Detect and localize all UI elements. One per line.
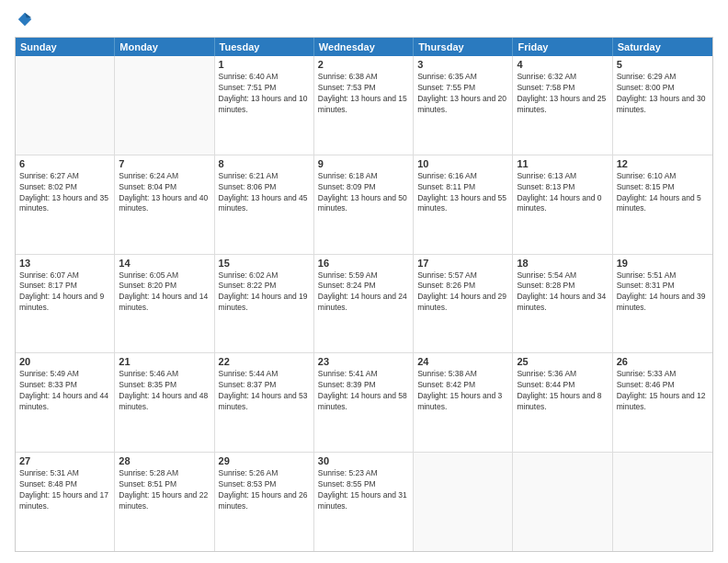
cal-cell: 4Sunrise: 6:32 AM Sunset: 7:58 PM Daylig… — [513, 56, 612, 155]
header-cell-friday: Friday — [513, 38, 612, 56]
cal-cell — [613, 453, 712, 551]
header-cell-tuesday: Tuesday — [215, 38, 314, 56]
day-number: 10 — [417, 158, 508, 169]
cal-cell — [414, 453, 513, 551]
day-number: 27 — [19, 455, 110, 466]
day-number: 2 — [318, 59, 409, 70]
calendar-row-1: 1Sunrise: 6:40 AM Sunset: 7:51 PM Daylig… — [16, 56, 712, 155]
cal-cell: 16Sunrise: 5:59 AM Sunset: 8:24 PM Dayli… — [314, 255, 414, 353]
sun-info: Sunrise: 6:32 AM Sunset: 7:58 PM Dayligh… — [517, 72, 608, 116]
day-number: 28 — [119, 455, 210, 466]
sun-info: Sunrise: 6:18 AM Sunset: 8:09 PM Dayligh… — [318, 171, 409, 215]
day-number: 22 — [219, 356, 310, 367]
cal-cell: 12Sunrise: 6:10 AM Sunset: 8:15 PM Dayli… — [613, 155, 712, 254]
cal-cell: 26Sunrise: 5:33 AM Sunset: 8:46 PM Dayli… — [613, 353, 712, 452]
day-number: 15 — [219, 258, 310, 269]
sun-info: Sunrise: 6:40 AM Sunset: 7:51 PM Dayligh… — [219, 72, 310, 116]
day-number: 23 — [318, 356, 409, 367]
day-number: 7 — [119, 158, 210, 169]
cal-cell: 19Sunrise: 5:51 AM Sunset: 8:31 PM Dayli… — [613, 255, 712, 353]
sun-info: Sunrise: 6:35 AM Sunset: 7:55 PM Dayligh… — [417, 72, 508, 116]
cal-cell: 6Sunrise: 6:27 AM Sunset: 8:02 PM Daylig… — [16, 155, 115, 254]
cal-cell: 3Sunrise: 6:35 AM Sunset: 7:55 PM Daylig… — [414, 56, 513, 155]
cal-cell — [513, 453, 612, 551]
cal-cell: 24Sunrise: 5:38 AM Sunset: 8:42 PM Dayli… — [414, 353, 513, 452]
header-cell-thursday: Thursday — [414, 38, 513, 56]
sun-info: Sunrise: 6:27 AM Sunset: 8:02 PM Dayligh… — [19, 171, 110, 215]
cal-cell: 5Sunrise: 6:29 AM Sunset: 8:00 PM Daylig… — [613, 56, 712, 155]
sun-info: Sunrise: 5:49 AM Sunset: 8:33 PM Dayligh… — [19, 369, 110, 413]
calendar-row-4: 20Sunrise: 5:49 AM Sunset: 8:33 PM Dayli… — [16, 352, 712, 452]
day-number: 11 — [517, 158, 608, 169]
day-number: 5 — [617, 59, 709, 70]
sun-info: Sunrise: 6:16 AM Sunset: 8:11 PM Dayligh… — [417, 171, 508, 215]
day-number: 16 — [318, 258, 409, 269]
day-number: 14 — [119, 258, 210, 269]
sun-info: Sunrise: 6:24 AM Sunset: 8:04 PM Dayligh… — [119, 171, 210, 215]
day-number: 30 — [318, 455, 409, 466]
day-number: 3 — [417, 59, 508, 70]
cal-cell — [115, 56, 214, 155]
cal-cell: 15Sunrise: 6:02 AM Sunset: 8:22 PM Dayli… — [215, 255, 314, 353]
logo-icon — [17, 11, 33, 28]
header-cell-sunday: Sunday — [16, 38, 115, 56]
cal-cell: 9Sunrise: 6:18 AM Sunset: 8:09 PM Daylig… — [314, 155, 414, 254]
sun-info: Sunrise: 5:36 AM Sunset: 8:44 PM Dayligh… — [517, 369, 608, 413]
day-number: 6 — [19, 158, 110, 169]
sun-info: Sunrise: 5:23 AM Sunset: 8:55 PM Dayligh… — [318, 468, 409, 512]
day-number: 12 — [617, 158, 709, 169]
sun-info: Sunrise: 5:31 AM Sunset: 8:48 PM Dayligh… — [19, 468, 110, 512]
day-number: 21 — [119, 356, 210, 367]
cal-cell: 21Sunrise: 5:46 AM Sunset: 8:35 PM Dayli… — [115, 353, 214, 452]
cal-cell: 28Sunrise: 5:28 AM Sunset: 8:51 PM Dayli… — [115, 453, 214, 551]
calendar: SundayMondayTuesdayWednesdayThursdayFrid… — [15, 37, 713, 552]
sun-info: Sunrise: 5:33 AM Sunset: 8:46 PM Dayligh… — [617, 369, 709, 413]
sun-info: Sunrise: 6:10 AM Sunset: 8:15 PM Dayligh… — [617, 171, 709, 215]
sun-info: Sunrise: 5:51 AM Sunset: 8:31 PM Dayligh… — [617, 270, 709, 315]
sun-info: Sunrise: 5:46 AM Sunset: 8:35 PM Dayligh… — [119, 369, 210, 413]
sun-info: Sunrise: 5:38 AM Sunset: 8:42 PM Dayligh… — [417, 369, 508, 413]
cal-cell: 29Sunrise: 5:26 AM Sunset: 8:53 PM Dayli… — [215, 453, 314, 551]
cal-cell: 20Sunrise: 5:49 AM Sunset: 8:33 PM Dayli… — [16, 353, 115, 452]
sun-info: Sunrise: 6:07 AM Sunset: 8:17 PM Dayligh… — [19, 270, 110, 315]
calendar-row-2: 6Sunrise: 6:27 AM Sunset: 8:02 PM Daylig… — [16, 155, 712, 254]
sun-info: Sunrise: 6:38 AM Sunset: 7:53 PM Dayligh… — [318, 72, 409, 116]
calendar-body: 1Sunrise: 6:40 AM Sunset: 7:51 PM Daylig… — [16, 56, 712, 551]
cal-cell: 14Sunrise: 6:05 AM Sunset: 8:20 PM Dayli… — [115, 255, 214, 353]
cal-cell: 11Sunrise: 6:13 AM Sunset: 8:13 PM Dayli… — [513, 155, 612, 254]
sun-info: Sunrise: 6:05 AM Sunset: 8:20 PM Dayligh… — [119, 270, 210, 315]
cal-cell: 7Sunrise: 6:24 AM Sunset: 8:04 PM Daylig… — [115, 155, 214, 254]
sun-info: Sunrise: 5:59 AM Sunset: 8:24 PM Dayligh… — [318, 270, 409, 315]
calendar-header: SundayMondayTuesdayWednesdayThursdayFrid… — [16, 38, 712, 56]
day-number: 9 — [318, 158, 409, 169]
cal-cell: 30Sunrise: 5:23 AM Sunset: 8:55 PM Dayli… — [314, 453, 414, 551]
sun-info: Sunrise: 6:13 AM Sunset: 8:13 PM Dayligh… — [517, 171, 608, 215]
cal-cell: 18Sunrise: 5:54 AM Sunset: 8:28 PM Dayli… — [513, 255, 612, 353]
calendar-row-5: 27Sunrise: 5:31 AM Sunset: 8:48 PM Dayli… — [16, 452, 712, 551]
day-number: 4 — [517, 59, 608, 70]
sun-info: Sunrise: 6:02 AM Sunset: 8:22 PM Dayligh… — [219, 270, 310, 315]
sun-info: Sunrise: 5:44 AM Sunset: 8:37 PM Dayligh… — [219, 369, 310, 413]
sun-info: Sunrise: 6:29 AM Sunset: 8:00 PM Dayligh… — [617, 72, 709, 116]
cal-cell: 2Sunrise: 6:38 AM Sunset: 7:53 PM Daylig… — [314, 56, 414, 155]
day-number: 18 — [517, 258, 608, 269]
day-number: 26 — [617, 356, 709, 367]
cal-cell: 13Sunrise: 6:07 AM Sunset: 8:17 PM Dayli… — [16, 255, 115, 353]
header-cell-wednesday: Wednesday — [314, 38, 414, 56]
logo — [15, 11, 33, 28]
day-number: 25 — [517, 356, 608, 367]
day-number: 19 — [617, 258, 709, 269]
cal-cell: 27Sunrise: 5:31 AM Sunset: 8:48 PM Dayli… — [16, 453, 115, 551]
sun-info: Sunrise: 5:26 AM Sunset: 8:53 PM Dayligh… — [219, 468, 310, 512]
header-cell-monday: Monday — [115, 38, 214, 56]
svg-marker-0 — [18, 13, 31, 26]
cal-cell: 1Sunrise: 6:40 AM Sunset: 7:51 PM Daylig… — [215, 56, 314, 155]
day-number: 24 — [417, 356, 508, 367]
header-cell-saturday: Saturday — [613, 38, 712, 56]
day-number: 20 — [19, 356, 110, 367]
calendar-row-3: 13Sunrise: 6:07 AM Sunset: 8:17 PM Dayli… — [16, 254, 712, 353]
header — [15, 11, 713, 28]
sun-info: Sunrise: 5:41 AM Sunset: 8:39 PM Dayligh… — [318, 369, 409, 413]
sun-info: Sunrise: 6:21 AM Sunset: 8:06 PM Dayligh… — [219, 171, 310, 215]
day-number: 8 — [219, 158, 310, 169]
